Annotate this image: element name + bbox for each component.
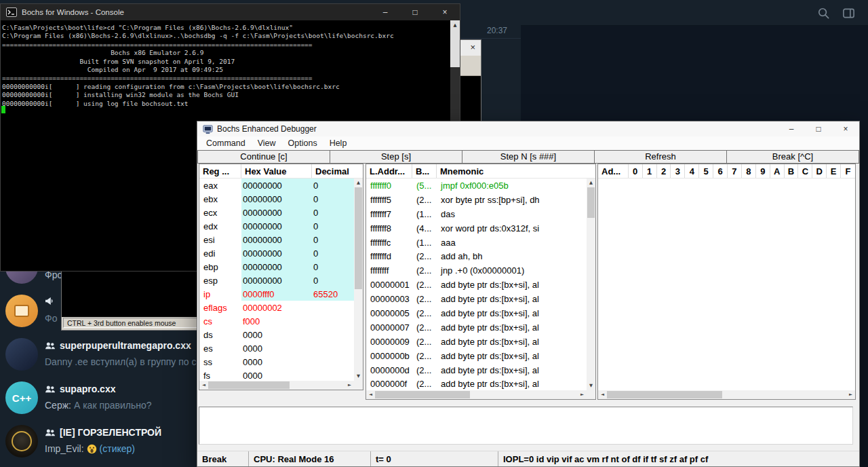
scrollbar-thumb[interactable] xyxy=(208,381,290,389)
register-row[interactable]: es0000 xyxy=(199,341,354,355)
scroll-left-button[interactable]: ◄ xyxy=(598,390,607,399)
maximize-button[interactable]: □ xyxy=(400,4,430,20)
scroll-down-button[interactable]: ▼ xyxy=(354,372,363,381)
close-icon[interactable]: × xyxy=(470,42,475,52)
register-row[interactable]: ds0000 xyxy=(199,328,354,341)
scroll-right-button[interactable]: ► xyxy=(345,381,354,390)
disasm-bytes: (2... xyxy=(412,351,437,361)
disasm-row[interactable]: fffffff0(5...jmpf 0xf000:e05b xyxy=(366,179,587,193)
col-header[interactable]: 5 xyxy=(699,164,713,178)
col-header[interactable]: Hex Value xyxy=(241,164,312,178)
col-header[interactable]: Ad... xyxy=(598,164,629,178)
col-header[interactable]: F xyxy=(841,164,855,178)
register-row[interactable]: ebp000000000 xyxy=(199,260,354,274)
disasm-row[interactable]: 00000001(2...add byte ptr ds:[bx+si], al xyxy=(366,278,587,292)
col-header[interactable]: 2 xyxy=(657,164,671,178)
register-row[interactable]: esp000000000 xyxy=(199,274,354,287)
disasm-row[interactable]: fffffffd(2...add ah, bh xyxy=(366,249,587,263)
step-button[interactable]: Step [s] xyxy=(330,150,462,164)
scrollbar-thumb[interactable] xyxy=(375,391,470,398)
col-header[interactable]: E xyxy=(827,164,841,178)
debugger-output-box[interactable] xyxy=(199,407,853,445)
col-header[interactable]: 6 xyxy=(713,164,728,178)
disasm-row[interactable]: 0000000f(2...add byte ptr ds:[bx+si], al xyxy=(366,377,587,390)
register-row[interactable]: ebx000000000 xyxy=(199,192,354,206)
scroll-right-button[interactable]: ► xyxy=(578,390,587,399)
col-header[interactable]: B xyxy=(785,164,799,178)
disasm-row[interactable]: 00000005(2...add byte ptr ds:[bx+si], al xyxy=(366,306,587,320)
col-header[interactable]: 9 xyxy=(756,164,770,178)
col-header[interactable]: L.Addr... xyxy=(366,164,412,178)
maximize-button[interactable]: □ xyxy=(805,122,832,136)
scroll-right-button[interactable]: ► xyxy=(846,390,855,399)
register-vscrollbar[interactable]: ▲ ▼ xyxy=(354,179,363,381)
col-header[interactable]: Mnemonic xyxy=(437,164,595,178)
col-header[interactable]: C xyxy=(798,164,812,178)
close-button[interactable]: × xyxy=(430,4,460,20)
scroll-up-button[interactable]: ▲ xyxy=(587,179,595,187)
disasm-rows: fffffff0(5...jmpf 0xf000:e05bfffffff5(2.… xyxy=(366,179,587,390)
col-header[interactable]: 3 xyxy=(671,164,685,178)
register-row[interactable]: ip0000fff065520 xyxy=(199,287,354,301)
search-icon[interactable] xyxy=(817,7,830,20)
step-n-button[interactable]: Step N [s ###] xyxy=(462,150,595,164)
disasm-row[interactable]: 00000003(2...add byte ptr ds:[bx+si], al xyxy=(366,292,587,306)
close-button[interactable]: × xyxy=(832,122,859,136)
minimize-button[interactable]: – xyxy=(778,122,805,136)
minimize-button[interactable]: – xyxy=(370,4,400,20)
col-header[interactable]: B... xyxy=(412,164,437,178)
disasm-row[interactable]: fffffff7(1...das xyxy=(366,207,587,221)
col-header[interactable]: 8 xyxy=(742,164,756,178)
register-row[interactable]: fs0000 xyxy=(199,369,354,381)
console-titlebar[interactable]: Bochs for Windows - Console – □ × xyxy=(1,4,460,20)
col-header[interactable]: 1 xyxy=(643,164,657,178)
col-header[interactable]: 0 xyxy=(629,164,643,178)
break-button[interactable]: Break [^C] xyxy=(726,150,859,164)
menu-view[interactable]: View xyxy=(252,136,282,150)
menu-help[interactable]: Help xyxy=(323,136,353,150)
continue-button[interactable]: Continue [c] xyxy=(197,150,330,164)
register-row[interactable]: ecx000000000 xyxy=(199,206,354,219)
disasm-row[interactable]: fffffff8(4...xor word ptr ds:0x312f, si xyxy=(366,221,587,236)
debugger-titlebar[interactable]: Bochs Enhanced Debugger – □ × xyxy=(197,122,859,136)
disasm-row[interactable]: 0000000d(2...add byte ptr ds:[bx+si], al xyxy=(366,363,587,377)
disasm-row[interactable]: 0000000b(2...add byte ptr ds:[bx+si], al xyxy=(366,349,587,363)
disasm-row[interactable]: fffffffc(1...aaa xyxy=(366,236,587,250)
disasm-row[interactable]: 00000009(2...add byte ptr ds:[bx+si], al xyxy=(366,335,587,349)
scroll-left-button[interactable]: ◄ xyxy=(366,390,375,399)
disasm-row[interactable]: fffffff5(2...xor byte ptr ss:[bp+si], dh xyxy=(366,193,587,207)
disasm-mnemonic: xor word ptr ds:0x312f, si xyxy=(437,223,587,234)
avatar: C++ xyxy=(5,381,38,414)
scrollbar-thumb[interactable] xyxy=(355,187,362,289)
col-header[interactable]: D xyxy=(812,164,827,178)
register-row[interactable]: csf000 xyxy=(199,314,354,328)
col-header[interactable]: A xyxy=(770,164,785,178)
scrollbar-thumb[interactable] xyxy=(607,391,722,398)
disasm-vscrollbar[interactable]: ▲ ▼ xyxy=(587,179,595,390)
disasm-row[interactable]: ffffffff(2...jnp .+0 (0x00000001) xyxy=(366,263,587,278)
scroll-down-button[interactable]: ▼ xyxy=(587,381,595,390)
register-row[interactable]: eax000000000 xyxy=(199,179,354,192)
sidebar-toggle-icon[interactable] xyxy=(842,7,855,20)
scrollbar-thumb[interactable] xyxy=(450,30,460,67)
register-row[interactable]: esi000000000 xyxy=(199,233,354,246)
memory-hscrollbar[interactable]: ◄ ► xyxy=(598,390,855,399)
disasm-row[interactable]: 00000007(2...add byte ptr ds:[bx+si], al xyxy=(366,320,587,335)
col-header[interactable]: Reg ... xyxy=(199,164,241,178)
col-header[interactable]: 7 xyxy=(728,164,742,178)
scroll-up-button[interactable]: ▲ xyxy=(450,20,460,30)
register-row[interactable]: eflags00000002 xyxy=(199,301,354,314)
register-row[interactable]: edx000000000 xyxy=(199,219,354,233)
refresh-button[interactable]: Refresh xyxy=(594,150,727,164)
menu-command[interactable]: Command xyxy=(200,136,252,150)
scrollbar-thumb[interactable] xyxy=(587,187,595,218)
menu-options[interactable]: Options xyxy=(282,136,323,150)
col-header[interactable]: 4 xyxy=(685,164,699,178)
register-row[interactable]: edi000000000 xyxy=(199,246,354,260)
disasm-hscrollbar[interactable]: ◄ ► xyxy=(366,390,587,399)
col-header[interactable]: Decimal xyxy=(312,164,363,178)
register-row[interactable]: ss0000 xyxy=(199,355,354,369)
register-hscrollbar[interactable]: ◄ ► xyxy=(199,381,354,390)
scroll-up-button[interactable]: ▲ xyxy=(354,179,363,187)
scroll-left-button[interactable]: ◄ xyxy=(199,381,208,390)
